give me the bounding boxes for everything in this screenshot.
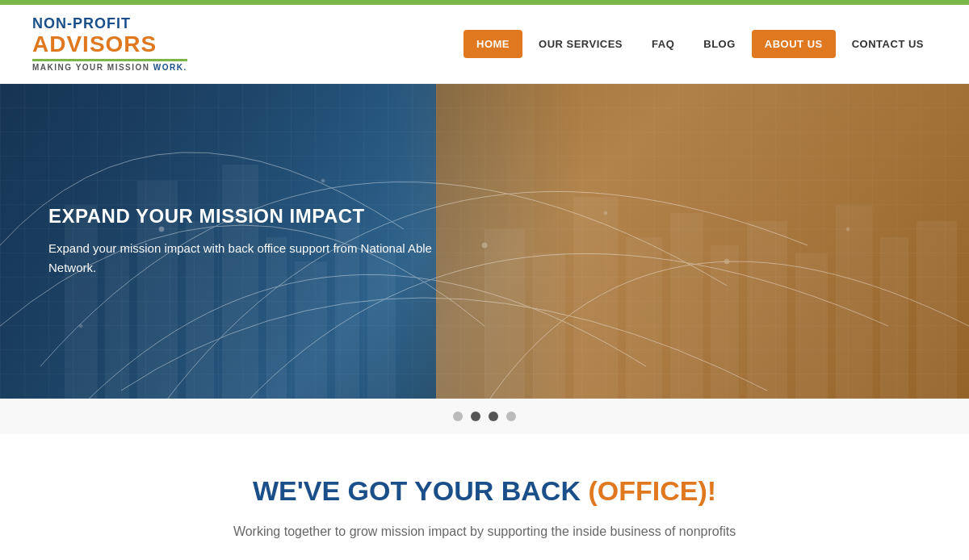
svg-rect-22	[747, 221, 787, 399]
nav-item-about-us[interactable]: ABOUT US	[752, 30, 836, 58]
slider-dot-4[interactable]	[506, 412, 516, 421]
svg-rect-20	[670, 213, 703, 399]
logo-underline	[32, 59, 187, 61]
slider-dot-2[interactable]	[471, 412, 480, 421]
hero-section: EXPAND YOUR MISSION IMPACT Expand your m…	[0, 84, 969, 399]
logo-line2: ADVISORS	[32, 32, 187, 57]
svg-rect-19	[626, 237, 662, 399]
main-headline: WE'VE GOT YOUR BACK (OFFICE)!	[16, 474, 953, 508]
header: NON-PROFIT ADVISORS MAKING YOUR MISSION …	[0, 5, 969, 84]
logo-tagline-suffix: WORK.	[153, 63, 187, 72]
headline-bold-text: WE'VE GOT YOUR BACK	[253, 475, 581, 506]
svg-rect-17	[533, 253, 565, 399]
nav-item-faq[interactable]: FAQ	[639, 30, 687, 58]
svg-rect-16	[484, 229, 525, 399]
slider-dot-3[interactable]	[489, 412, 498, 421]
svg-rect-26	[917, 221, 957, 399]
main-nav: HOME OUR SERVICES FAQ BLOG ABOUT US CONT…	[464, 30, 937, 58]
svg-rect-24	[836, 205, 872, 399]
slider-dots	[0, 399, 969, 434]
hero-description: Expand your mission impact with back off…	[48, 239, 436, 278]
logo: NON-PROFIT ADVISORS MAKING YOUR MISSION …	[32, 16, 187, 72]
headline-accent-text: (OFFICE)!	[588, 475, 716, 506]
nav-item-our-services[interactable]: OUR SERVICES	[526, 30, 636, 58]
main-subtext: Working together to grow mission impact …	[202, 521, 767, 542]
slider-dot-1[interactable]	[453, 412, 463, 421]
logo-tagline-prefix: MAKING YOUR MISSION	[32, 63, 153, 72]
svg-rect-21	[711, 245, 739, 399]
hero-title: EXPAND YOUR MISSION IMPACT	[48, 204, 436, 228]
svg-rect-25	[880, 237, 908, 399]
logo-tagline: MAKING YOUR MISSION WORK.	[32, 63, 187, 72]
svg-rect-18	[573, 197, 618, 399]
nav-item-blog[interactable]: BLOG	[690, 30, 749, 58]
svg-rect-13	[295, 261, 327, 399]
nav-item-home[interactable]: HOME	[464, 30, 522, 58]
nav-item-contact-us[interactable]: CONTACT US	[839, 30, 937, 58]
svg-rect-23	[795, 253, 828, 399]
logo-line1: NON-PROFIT	[32, 16, 187, 32]
hero-content: EXPAND YOUR MISSION IMPACT Expand your m…	[48, 204, 436, 278]
main-content-section: WE'VE GOT YOUR BACK (OFFICE)! Working to…	[0, 434, 969, 560]
svg-rect-11	[222, 165, 258, 399]
